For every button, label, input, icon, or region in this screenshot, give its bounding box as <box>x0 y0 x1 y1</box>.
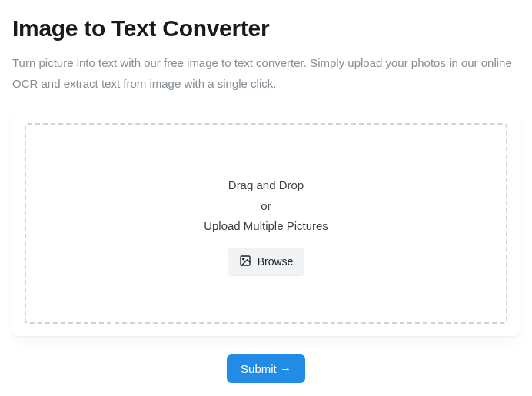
page-title: Image to Text Converter <box>12 15 520 42</box>
submit-row: Submit → <box>12 354 520 383</box>
dropzone-text-line3: Upload Multiple Pictures <box>204 218 328 235</box>
image-icon <box>239 255 251 269</box>
submit-button[interactable]: Submit → <box>227 354 305 383</box>
dropzone-text-line2: or <box>261 198 271 215</box>
dropzone-text-line1: Drag and Drop <box>228 177 304 195</box>
browse-button-label: Browse <box>258 255 294 268</box>
upload-card: Drag and Drop or Upload Multiple Picture… <box>12 111 520 336</box>
svg-point-1 <box>242 258 244 259</box>
dropzone[interactable]: Drag and Drop or Upload Multiple Picture… <box>25 123 507 324</box>
page-subtitle: Turn picture into text with our free ima… <box>12 52 520 94</box>
browse-button[interactable]: Browse <box>228 248 305 276</box>
submit-button-label: Submit → <box>241 362 291 375</box>
